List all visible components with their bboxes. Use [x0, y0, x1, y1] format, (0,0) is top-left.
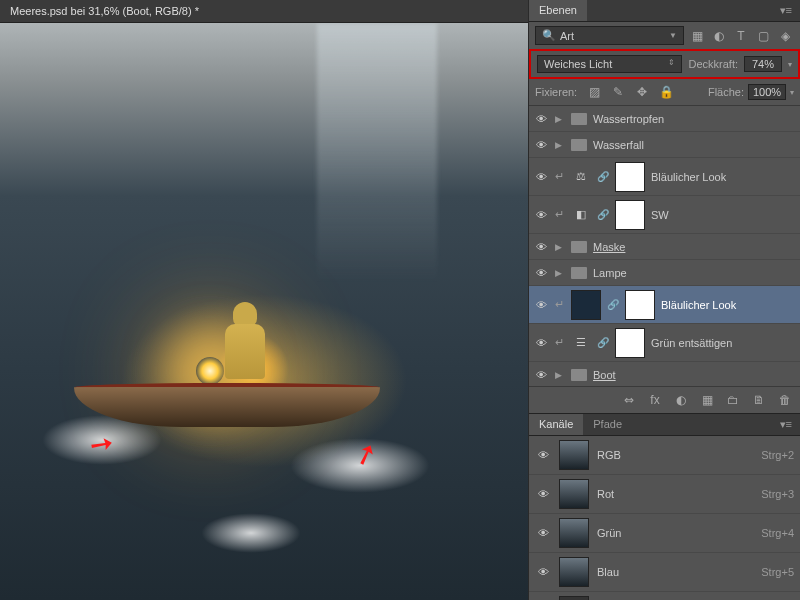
- layer-row-blaulicher-look-1[interactable]: 👁 ↵ ⚖ 🔗 Bläulicher Look: [529, 158, 800, 196]
- opacity-label: Deckkraft:: [688, 58, 738, 70]
- channel-shortcut: Strg+3: [761, 488, 794, 500]
- visibility-icon[interactable]: 👁: [533, 209, 549, 221]
- new-adjustment-icon[interactable]: ▦: [698, 391, 716, 409]
- link-layers-icon[interactable]: ⇔: [620, 391, 638, 409]
- lock-pixels-icon[interactable]: ✎: [609, 83, 627, 101]
- panel-menu-icon[interactable]: ▾≡: [772, 414, 800, 435]
- layer-name: Bläulicher Look: [651, 171, 796, 183]
- layer-row-wassertropfen[interactable]: 👁 ▶ Wassertropfen: [529, 106, 800, 132]
- balance-adj-icon: ⚖: [571, 167, 591, 187]
- channel-thumbnail: [559, 596, 589, 600]
- channel-name: RGB: [597, 449, 621, 461]
- lock-all-icon[interactable]: 🔒: [657, 83, 675, 101]
- filter-type-dropdown[interactable]: 🔍 Art ▼: [535, 26, 684, 45]
- filter-pixel-icon[interactable]: ▦: [688, 27, 706, 45]
- lock-fill-row: Fixieren: ▨ ✎ ✥ 🔒 Fläche: 100% ▾: [529, 79, 800, 106]
- visibility-icon[interactable]: 👁: [533, 171, 549, 183]
- boat-graphic: [74, 323, 380, 427]
- channel-row-rgb[interactable]: 👁 RGB Strg+2: [529, 436, 800, 475]
- panel-menu-icon[interactable]: ▾≡: [772, 0, 800, 21]
- filter-label: Art: [560, 30, 574, 42]
- layers-footer: ⇔ fx ◐ ▦ 🗀 🗎 🗑: [529, 386, 800, 414]
- document-tab[interactable]: Meeres.psd bei 31,6% (Boot, RGB/8) *: [0, 0, 528, 23]
- lock-position-icon[interactable]: ✥: [633, 83, 651, 101]
- blend-mode-dropdown[interactable]: Weiches Licht ⇕: [537, 55, 682, 73]
- expand-icon[interactable]: ▶: [555, 114, 565, 124]
- clip-icon: ↵: [555, 336, 565, 349]
- channel-shortcut: Strg+4: [761, 527, 794, 539]
- boat-hull: [74, 383, 380, 427]
- filter-shape-icon[interactable]: ▢: [754, 27, 772, 45]
- channel-row-rot[interactable]: 👁 Rot Strg+3: [529, 475, 800, 514]
- mask-thumbnail[interactable]: [615, 162, 645, 192]
- opacity-chevron-icon[interactable]: ▾: [788, 60, 792, 69]
- bw-adj-icon: ◧: [571, 205, 591, 225]
- expand-icon[interactable]: ▶: [555, 140, 565, 150]
- layer-row-blaulicher-look-selected[interactable]: 👁 ↵ 🔗 Bläulicher Look: [529, 286, 800, 324]
- expand-icon[interactable]: ▶: [555, 268, 565, 278]
- layer-name: SW: [651, 209, 796, 221]
- folder-icon: [571, 241, 587, 253]
- layer-filter-row: 🔍 Art ▼ ▦ ◐ T ▢ ◈: [529, 22, 800, 49]
- lock-transparency-icon[interactable]: ▨: [585, 83, 603, 101]
- person-graphic: [221, 302, 269, 387]
- clip-icon: ↵: [555, 208, 565, 221]
- channel-row-gruen[interactable]: 👁 Grün Strg+4: [529, 514, 800, 553]
- filter-smart-icon[interactable]: ◈: [776, 27, 794, 45]
- blend-opacity-row: Weiches Licht ⇕ Deckkraft: 74% ▾: [529, 49, 800, 79]
- visibility-icon[interactable]: 👁: [533, 337, 549, 349]
- mask-thumbnail[interactable]: [625, 290, 655, 320]
- expand-icon[interactable]: ▶: [555, 242, 565, 252]
- fill-field[interactable]: 100%: [748, 84, 786, 100]
- visibility-icon[interactable]: 👁: [533, 299, 549, 311]
- new-layer-icon[interactable]: 🗎: [750, 391, 768, 409]
- channel-row-blau[interactable]: 👁 Blau Strg+5: [529, 553, 800, 592]
- channel-name: Rot: [597, 488, 614, 500]
- mask-thumbnail[interactable]: [615, 200, 645, 230]
- channel-shortcut: Strg+5: [761, 566, 794, 578]
- visibility-icon[interactable]: 👁: [535, 488, 551, 500]
- clip-icon: ↵: [555, 170, 565, 183]
- clip-icon: ↵: [555, 298, 565, 311]
- channels-list: 👁 RGB Strg+2 👁 Rot Strg+3 👁 Grün Strg+4 …: [529, 436, 800, 600]
- fill-chevron-icon[interactable]: ▾: [790, 88, 794, 97]
- visibility-icon[interactable]: 👁: [533, 139, 549, 151]
- add-mask-icon[interactable]: ◐: [672, 391, 690, 409]
- new-group-icon[interactable]: 🗀: [724, 391, 742, 409]
- canvas[interactable]: ➚ ➚: [0, 23, 528, 600]
- layer-row-sw[interactable]: 👁 ↵ ◧ 🔗 SW: [529, 196, 800, 234]
- delete-layer-icon[interactable]: 🗑: [776, 391, 794, 409]
- channel-thumbnail: [559, 518, 589, 548]
- tab-paths[interactable]: Pfade: [583, 414, 632, 435]
- folder-icon: [571, 267, 587, 279]
- layer-name: Wasserfall: [593, 139, 796, 151]
- visibility-icon[interactable]: 👁: [535, 566, 551, 578]
- link-icon: 🔗: [607, 299, 619, 310]
- visibility-icon[interactable]: 👁: [533, 241, 549, 253]
- visibility-icon[interactable]: 👁: [535, 449, 551, 461]
- tab-channels[interactable]: Kanäle: [529, 414, 583, 435]
- filter-adjustment-icon[interactable]: ◐: [710, 27, 728, 45]
- mask-thumbnail[interactable]: [615, 328, 645, 358]
- opacity-field[interactable]: 74%: [744, 56, 782, 72]
- layer-row-lampe[interactable]: 👁 ▶ Lampe: [529, 260, 800, 286]
- visibility-icon[interactable]: 👁: [535, 527, 551, 539]
- visibility-icon[interactable]: 👁: [533, 113, 549, 125]
- filter-type-icon[interactable]: T: [732, 27, 750, 45]
- visibility-icon[interactable]: 👁: [533, 267, 549, 279]
- layer-row-wasserfall[interactable]: 👁 ▶ Wasserfall: [529, 132, 800, 158]
- layer-row-maske[interactable]: 👁 ▶ Maske: [529, 234, 800, 260]
- tab-layers[interactable]: Ebenen: [529, 0, 587, 21]
- chevron-down-icon: ▼: [669, 31, 677, 40]
- fx-icon[interactable]: fx: [646, 391, 664, 409]
- expand-icon[interactable]: ▶: [555, 370, 565, 380]
- chevron-up-down-icon: ⇕: [668, 58, 675, 70]
- visibility-icon[interactable]: 👁: [533, 369, 549, 381]
- channel-thumbnail: [559, 440, 589, 470]
- layer-row-boot[interactable]: 👁 ▶ Boot: [529, 362, 800, 386]
- layer-name: Maske: [593, 241, 796, 253]
- layer-row-gruen-entsaettigen[interactable]: 👁 ↵ ☰ 🔗 Grün entsättigen: [529, 324, 800, 362]
- channel-row-mask[interactable]: ▢ Bläulicher Look Maske Strg+<: [529, 592, 800, 600]
- adj-thumbnail[interactable]: [571, 290, 601, 320]
- folder-icon: [571, 369, 587, 381]
